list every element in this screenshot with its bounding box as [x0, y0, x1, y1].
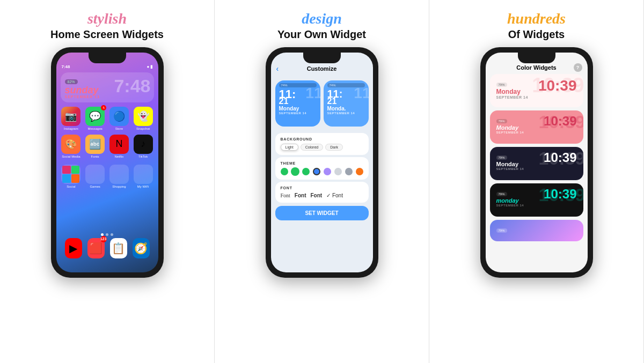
theme-dot-orange[interactable]: [356, 168, 363, 175]
font-opt-heavy[interactable]: Font: [311, 192, 323, 198]
cw-day: Monday: [496, 88, 528, 95]
app-maps: 🔵 Store: [108, 107, 130, 130]
theme-dot-gray2[interactable]: [345, 168, 353, 175]
panel3-bold-title: Of Widgets: [507, 28, 566, 41]
cw-day: monday: [496, 197, 524, 204]
app-label: Social: [61, 185, 82, 188]
phone2-notch: [303, 53, 341, 63]
theme-dot-blue[interactable]: [313, 168, 320, 175]
maps-icon: 🔵: [109, 107, 129, 126]
font-opt-check[interactable]: ✓ Font: [326, 192, 343, 198]
cw-time-bg: 10:39: [539, 149, 583, 167]
cw-battery: 79%: [496, 119, 507, 123]
theme-dot-gray[interactable]: [334, 168, 342, 175]
bg-colored[interactable]: Colored: [301, 144, 324, 151]
phone2-screen: ‹ Customize 74% 11: 21 Monday SEPTEMBER …: [271, 53, 373, 272]
screen2-title: Customize: [307, 65, 337, 72]
folder-icon: [61, 165, 80, 184]
app-social: 🎨 Social Media: [61, 135, 82, 158]
panel2-cursive-title: design: [277, 10, 366, 28]
folder-shopping: Shopping: [108, 165, 130, 188]
theme-section: THEME: [275, 157, 369, 180]
widget-card-teal: 79% monday SEPTEMBER 14 10:39 10:39: [490, 183, 583, 217]
font-section: FONT Font Font Font ✓ Font: [275, 182, 369, 203]
social-icon: 🎨: [61, 135, 80, 154]
font-options: Font Font Font ✓ Font: [281, 192, 363, 198]
help-button[interactable]: ?: [574, 63, 582, 72]
bg-light[interactable]: Light: [281, 144, 298, 151]
dock-photos: 🟥 123: [87, 238, 105, 258]
app-label: Games: [84, 185, 106, 188]
phone3-screen: Color Widgets ? 79% Monday SEPTEMBER 14 …: [486, 53, 588, 272]
cw-time-bg: 10:39: [532, 75, 583, 95]
phone2: ‹ Customize 74% 11: 21 Monday SEPTEMBER …: [266, 47, 378, 278]
theme-dots: [281, 168, 363, 175]
cw-time-bg: 10:39: [539, 186, 583, 204]
background-section: BACKGROUND Light Colored Dark: [275, 133, 369, 155]
app-grid-row3: Social Games: [56, 162, 158, 190]
cw-date: SEPTEMBER 14: [496, 167, 524, 171]
folder-social: Social: [61, 165, 82, 188]
widget-card-gradient: 79%: [490, 220, 583, 241]
cw-battery: 79%: [496, 192, 507, 196]
bg-options: Light Colored Dark: [281, 144, 363, 151]
back-arrow-icon: ‹: [276, 64, 279, 73]
theme-dot-green3[interactable]: [302, 168, 310, 175]
theme-dot-purple[interactable]: [324, 168, 331, 175]
cw-battery: 79%: [496, 83, 507, 87]
folder-mywifi: My WiFi: [133, 165, 154, 188]
cw-date: SEPTEMBER 14: [496, 95, 528, 99]
instagram-icon: 📷: [61, 107, 80, 126]
app-grid-row1: 📷 Instagram 💬 5 Messages 🔵 Store 👻 S: [56, 105, 158, 132]
netflix-icon: N: [109, 135, 129, 154]
widget-time-bg: 7:48: [114, 77, 150, 95]
font-section-label: FONT: [281, 186, 363, 190]
folder-icon: [85, 165, 105, 184]
font-opt-bold[interactable]: Font: [295, 192, 306, 198]
messages-icon: 💬 5: [85, 107, 105, 126]
wp-day: Monda.: [327, 106, 365, 112]
statusbar-icons: ● ▮: [147, 64, 152, 69]
folder-icon: [109, 165, 129, 184]
panel3-title-area: hundreds Of Widgets: [507, 10, 566, 41]
panel2-bold-title: Your Own Widget: [277, 28, 366, 41]
app-label: Netflix: [108, 155, 130, 158]
phone3: Color Widgets ? 79% Monday SEPTEMBER 14 …: [480, 47, 593, 278]
folder-icon: [134, 165, 153, 184]
wp-time-bg: 11: [305, 86, 320, 101]
phone1-notch: [89, 53, 126, 63]
cw-date: SEPTEMBER 14: [496, 131, 524, 134]
set-widget-button[interactable]: SET WIDGET: [275, 206, 369, 220]
dock-notion: 📋: [110, 238, 127, 258]
app-label: Fonts: [84, 155, 106, 158]
panel3-cursive-title: hundreds: [507, 10, 566, 28]
app-fonts: 🔤 Fonts: [84, 135, 106, 158]
font-opt-serif[interactable]: Font: [281, 192, 290, 198]
widget-preview-1: 74% 11: 21 Monday SEPTEMBER 14 11: [275, 80, 320, 127]
bg-dark[interactable]: Dark: [325, 144, 343, 151]
panel-stylish: stylish Home Screen Widgets 7:48 ● ▮ 82%…: [0, 0, 215, 363]
app-label: Social Media: [61, 155, 82, 158]
wp-time-bg: 11: [354, 86, 368, 101]
theme-dot-green2[interactable]: [291, 168, 299, 175]
panel1-cursive-title: stylish: [50, 10, 164, 28]
app-netflix: N Netflix: [108, 135, 130, 158]
dock: ▶ 🟥 123 📋 🧭: [56, 235, 158, 262]
app-label: Store: [108, 127, 130, 130]
app-instagram: 📷 Instagram: [61, 107, 82, 130]
cw-day: Monday: [496, 124, 524, 131]
dock-youtube: ▶: [65, 238, 82, 258]
widget-card-dark: 79% Monday SEPTEMBER 14 10:39 10:39: [490, 147, 583, 180]
theme-dot-green[interactable]: [281, 168, 288, 175]
snapchat-icon: 👻: [134, 107, 153, 126]
widget-preview-2: 74% 11: 21 Monda. SEPTEMBER 14 11: [324, 80, 369, 127]
dock-safari: 🧭: [133, 238, 150, 258]
widget-preview-area: 74% 11: 21 Monday SEPTEMBER 14 11 74% 11…: [271, 76, 373, 131]
app-label: Shopping: [108, 185, 130, 188]
phone3-notch: [518, 53, 555, 63]
cw-battery: 79%: [496, 155, 507, 160]
folder-games: Games: [84, 165, 106, 188]
screen3-title: Color Widgets: [516, 64, 556, 71]
phone1: 7:48 ● ▮ 82% 7:48 sunday SEPTEMBER 13 📷 …: [51, 47, 164, 278]
phone1-screen: 7:48 ● ▮ 82% 7:48 sunday SEPTEMBER 13 📷 …: [56, 53, 158, 272]
